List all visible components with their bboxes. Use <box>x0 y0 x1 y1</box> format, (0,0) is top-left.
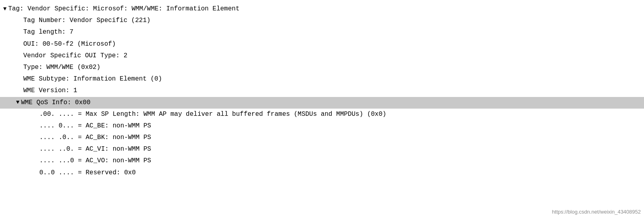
root-toggle-icon[interactable]: ▼ <box>3 4 6 14</box>
line-label-11: .... ..0. = AC_VI: non-WMM PS <box>39 144 151 155</box>
tree-line-6[interactable]: WME Version: 1 <box>0 85 644 97</box>
tree-line-10[interactable]: .... .0.. = AC_BK: non-WMM PS <box>0 132 644 143</box>
tree-line-7[interactable]: ▼WME QoS Info: 0x00 <box>0 97 644 109</box>
line-label-8: .00. .... = Max SP Length: WMM AP may de… <box>39 109 386 120</box>
tree-line-13[interactable]: 0..0 .... = Reserved: 0x0 <box>0 167 644 179</box>
tree-line-2[interactable]: OUI: 00-50-f2 (Microsof) <box>0 38 644 50</box>
line-label-10: .... .0.. = AC_BK: non-WMM PS <box>39 132 151 143</box>
packet-tree: ▼ Tag: Vendor Specific: Microsof: WMM/WM… <box>0 0 644 182</box>
tree-line-11[interactable]: .... ..0. = AC_VI: non-WMM PS <box>0 143 644 155</box>
line-label-4: Type: WMM/WME (0x02) <box>23 62 100 73</box>
tree-line-0[interactable]: Tag Number: Vendor Specific (221) <box>0 15 644 26</box>
toggle-icon-7[interactable]: ▼ <box>16 98 19 107</box>
line-label-5: WME Subtype: Information Element (0) <box>23 74 162 85</box>
tree-line-3[interactable]: Vendor Specific OUI Type: 2 <box>0 50 644 62</box>
tree-line-1[interactable]: Tag length: 7 <box>0 26 644 38</box>
tree-root-line[interactable]: ▼ Tag: Vendor Specific: Microsof: WMM/WM… <box>0 3 644 15</box>
line-label-2: OUI: 00-50-f2 (Microsof) <box>23 39 116 50</box>
line-label-3: Vendor Specific OUI Type: 2 <box>23 50 127 61</box>
tree-line-5[interactable]: WME Subtype: Information Element (0) <box>0 73 644 85</box>
tree-lines-container: Tag Number: Vendor Specific (221)Tag len… <box>0 15 644 179</box>
line-label-6: WME Version: 1 <box>23 85 77 96</box>
line-label-7: WME QoS Info: 0x00 <box>21 97 90 108</box>
tree-line-9[interactable]: .... 0... = AC_BE: non-WMM PS <box>0 120 644 132</box>
tree-line-8[interactable]: .00. .... = Max SP Length: WMM AP may de… <box>0 109 644 120</box>
line-label-12: .... ...0 = AC_VO: non-WMM PS <box>39 155 151 166</box>
line-label-9: .... 0... = AC_BE: non-WMM PS <box>39 121 151 131</box>
line-label-1: Tag length: 7 <box>23 27 73 38</box>
tree-line-4[interactable]: Type: WMM/WME (0x02) <box>0 62 644 73</box>
line-label-13: 0..0 .... = Reserved: 0x0 <box>39 168 136 178</box>
root-label: Tag: Vendor Specific: Microsof: WMM/WME:… <box>8 4 239 14</box>
line-label-0: Tag Number: Vendor Specific (221) <box>23 15 151 26</box>
watermark: https://blog.csdn.net/weixin_43408952 <box>552 209 641 215</box>
tree-line-12[interactable]: .... ...0 = AC_VO: non-WMM PS <box>0 155 644 167</box>
